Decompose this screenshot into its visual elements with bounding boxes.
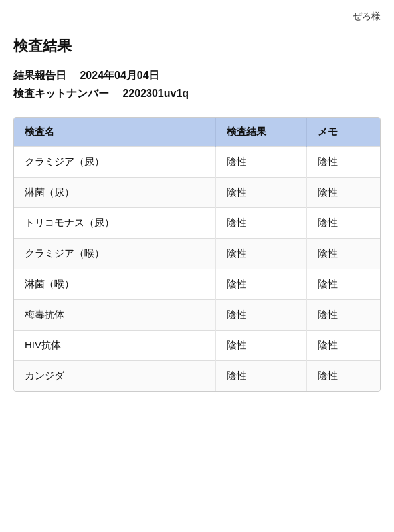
cell-test-name: 淋菌（喉） [14, 269, 215, 300]
cell-test-memo: 陰性 [307, 269, 380, 300]
col-header-result: 検査結果 [215, 118, 307, 147]
table-header-row: 検査名 検査結果 メモ [14, 118, 380, 147]
cell-test-name: トリコモナス（尿） [14, 208, 215, 239]
cell-test-name: カンジダ [14, 361, 215, 392]
cell-test-name: HIV抗体 [14, 331, 215, 361]
report-date-row: 結果報告日 2024年04月04日 [13, 69, 381, 83]
cell-test-name: クラミジア（喉） [14, 239, 215, 269]
cell-test-name: クラミジア（尿） [14, 147, 215, 178]
cell-test-memo: 陰性 [307, 178, 380, 208]
cell-test-memo: 陰性 [307, 208, 380, 239]
cell-test-result: 陰性 [215, 239, 307, 269]
cell-test-result: 陰性 [215, 331, 307, 361]
kit-number-row: 検査キットナンバー 2202301uv1q [13, 87, 381, 101]
cell-test-result: 陰性 [215, 147, 307, 178]
cell-test-result: 陰性 [215, 208, 307, 239]
cell-test-result: 陰性 [215, 178, 307, 208]
col-header-memo: メモ [307, 118, 380, 147]
table-row: トリコモナス（尿）陰性陰性 [14, 208, 380, 239]
cell-test-name: 梅毒抗体 [14, 300, 215, 331]
results-table-container: 検査名 検査結果 メモ クラミジア（尿）陰性陰性淋菌（尿）陰性陰性トリコモナス（… [13, 117, 381, 392]
table-row: カンジダ陰性陰性 [14, 361, 380, 392]
cell-test-result: 陰性 [215, 269, 307, 300]
cell-test-result: 陰性 [215, 300, 307, 331]
table-row: 淋菌（喉）陰性陰性 [14, 269, 380, 300]
cell-test-memo: 陰性 [307, 331, 380, 361]
cell-test-result: 陰性 [215, 361, 307, 392]
col-header-name: 検査名 [14, 118, 215, 147]
table-row: 淋菌（尿）陰性陰性 [14, 178, 380, 208]
cell-test-name: 淋菌（尿） [14, 178, 215, 208]
cell-test-memo: 陰性 [307, 147, 380, 178]
kit-number-label: 検査キットナンバー [13, 87, 109, 101]
table-row: 梅毒抗体陰性陰性 [14, 300, 380, 331]
cell-test-memo: 陰性 [307, 239, 380, 269]
table-row: HIV抗体陰性陰性 [14, 331, 380, 361]
user-label: ぜろ様 [13, 11, 381, 23]
table-body: クラミジア（尿）陰性陰性淋菌（尿）陰性陰性トリコモナス（尿）陰性陰性クラミジア（… [14, 147, 380, 392]
table-row: クラミジア（尿）陰性陰性 [14, 147, 380, 178]
cell-test-memo: 陰性 [307, 361, 380, 392]
cell-test-memo: 陰性 [307, 300, 380, 331]
kit-number-value: 2202301uv1q [122, 88, 189, 100]
report-date-label: 結果報告日 [13, 69, 66, 83]
page-title: 検査結果 [13, 36, 381, 56]
report-date-value: 2024年04月04日 [80, 69, 159, 83]
results-table: 検査名 検査結果 メモ クラミジア（尿）陰性陰性淋菌（尿）陰性陰性トリコモナス（… [14, 118, 380, 391]
table-row: クラミジア（喉）陰性陰性 [14, 239, 380, 269]
